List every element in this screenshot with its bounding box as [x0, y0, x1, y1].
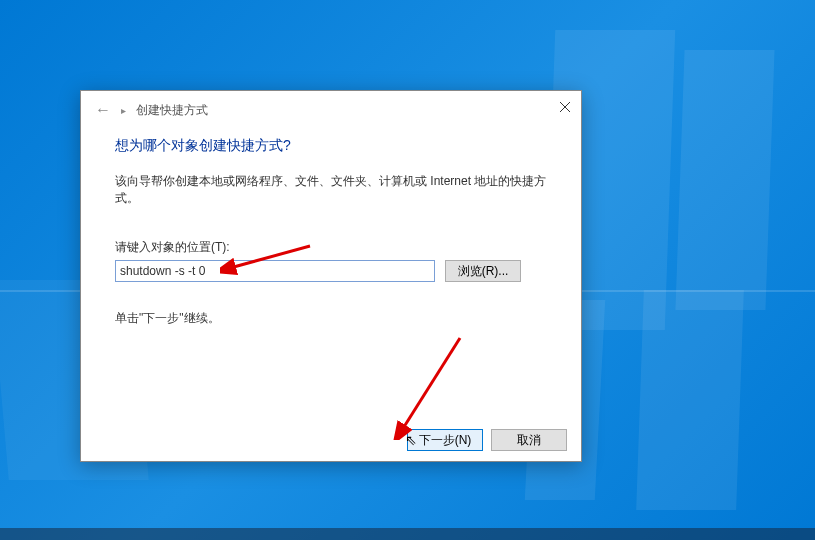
- cancel-button[interactable]: 取消: [491, 429, 567, 451]
- browse-button[interactable]: 浏览(R)...: [445, 260, 521, 282]
- dialog-description: 该向导帮你创建本地或网络程序、文件、文件夹、计算机或 Internet 地址的快…: [115, 173, 547, 207]
- hint-text: 单击"下一步"继续。: [115, 310, 547, 327]
- breadcrumb-text: 创建快捷方式: [136, 102, 208, 119]
- location-label: 请键入对象的位置(T):: [115, 239, 547, 256]
- back-arrow-icon[interactable]: ←: [95, 101, 111, 119]
- create-shortcut-dialog: ← ▸ 创建快捷方式 想为哪个对象创建快捷方式? 该向导帮你创建本地或网络程序、…: [80, 90, 582, 462]
- close-button[interactable]: [555, 97, 575, 117]
- dialog-content: 想为哪个对象创建快捷方式? 该向导帮你创建本地或网络程序、文件、文件夹、计算机或…: [81, 119, 581, 327]
- chevron-icon: ▸: [121, 105, 126, 116]
- dialog-heading: 想为哪个对象创建快捷方式?: [115, 137, 547, 155]
- location-input[interactable]: [115, 260, 435, 282]
- taskbar[interactable]: [0, 528, 815, 540]
- location-input-row: 浏览(R)...: [115, 260, 547, 282]
- close-icon: [560, 102, 570, 112]
- dialog-button-row: 下一步(N) 取消: [407, 429, 567, 451]
- breadcrumb-bar: ← ▸ 创建快捷方式: [81, 91, 581, 119]
- next-button[interactable]: 下一步(N): [407, 429, 483, 451]
